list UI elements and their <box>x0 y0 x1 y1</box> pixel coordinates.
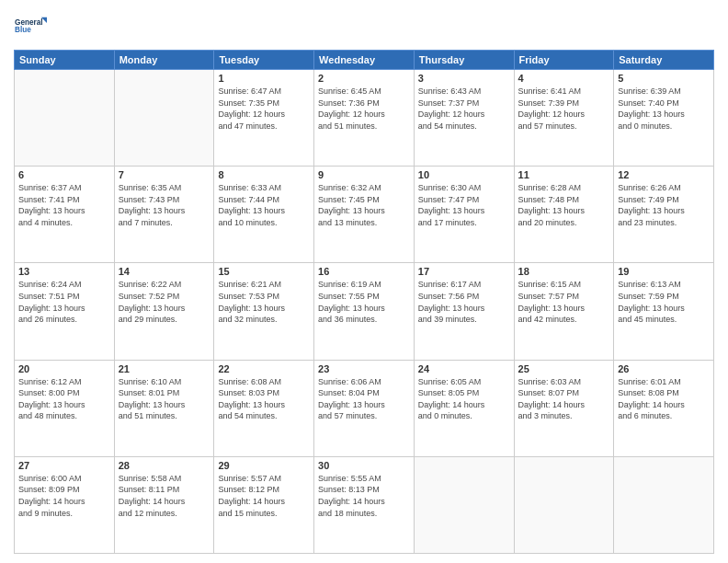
day-cell: 8Sunrise: 6:33 AM Sunset: 7:44 PM Daylig… <box>214 167 314 263</box>
week-row-2: 13Sunrise: 6:24 AM Sunset: 7:51 PM Dayli… <box>15 263 714 360</box>
svg-text:General: General <box>15 18 43 27</box>
day-number: 29 <box>218 460 310 471</box>
day-info: Sunrise: 6:26 AM Sunset: 7:49 PM Dayligh… <box>618 182 710 228</box>
week-row-0: 1Sunrise: 6:47 AM Sunset: 7:35 PM Daylig… <box>15 70 714 167</box>
day-cell: 11Sunrise: 6:28 AM Sunset: 7:48 PM Dayli… <box>514 167 614 263</box>
day-cell: 2Sunrise: 6:45 AM Sunset: 7:36 PM Daylig… <box>314 70 415 167</box>
page: General Blue SundayMondayTuesdayWednesda… <box>0 0 728 563</box>
day-info: Sunrise: 6:17 AM Sunset: 7:56 PM Dayligh… <box>418 279 510 325</box>
day-number: 24 <box>418 363 510 374</box>
day-info: Sunrise: 5:57 AM Sunset: 8:12 PM Dayligh… <box>218 473 310 519</box>
day-cell: 6Sunrise: 6:37 AM Sunset: 7:41 PM Daylig… <box>15 167 115 263</box>
day-info: Sunrise: 6:30 AM Sunset: 7:47 PM Dayligh… <box>418 182 510 228</box>
header: General Blue <box>14 9 714 42</box>
day-info: Sunrise: 6:03 AM Sunset: 8:07 PM Dayligh… <box>518 376 610 422</box>
col-header-saturday: Saturday <box>614 51 714 70</box>
day-info: Sunrise: 6:15 AM Sunset: 7:57 PM Dayligh… <box>518 279 610 325</box>
svg-text:Blue: Blue <box>15 26 31 34</box>
day-cell: 26Sunrise: 6:01 AM Sunset: 8:08 PM Dayli… <box>614 360 714 456</box>
day-cell: 25Sunrise: 6:03 AM Sunset: 8:07 PM Dayli… <box>514 360 614 456</box>
day-info: Sunrise: 6:35 AM Sunset: 7:43 PM Dayligh… <box>119 182 210 228</box>
day-number: 19 <box>618 266 710 277</box>
day-cell <box>15 70 115 167</box>
day-cell: 23Sunrise: 6:06 AM Sunset: 8:04 PM Dayli… <box>314 360 415 456</box>
day-info: Sunrise: 6:19 AM Sunset: 7:55 PM Dayligh… <box>318 279 410 325</box>
col-header-tuesday: Tuesday <box>214 51 314 70</box>
day-cell: 21Sunrise: 6:10 AM Sunset: 8:01 PM Dayli… <box>114 360 214 456</box>
day-cell: 29Sunrise: 5:57 AM Sunset: 8:12 PM Dayli… <box>214 456 314 553</box>
day-cell: 1Sunrise: 6:47 AM Sunset: 7:35 PM Daylig… <box>214 70 314 167</box>
day-cell: 13Sunrise: 6:24 AM Sunset: 7:51 PM Dayli… <box>15 263 115 360</box>
day-info: Sunrise: 6:37 AM Sunset: 7:41 PM Dayligh… <box>18 182 110 228</box>
logo-svg: General Blue <box>14 9 47 42</box>
col-header-monday: Monday <box>114 51 214 70</box>
day-info: Sunrise: 5:55 AM Sunset: 8:13 PM Dayligh… <box>318 473 410 519</box>
day-cell <box>614 456 714 553</box>
day-info: Sunrise: 5:58 AM Sunset: 8:11 PM Dayligh… <box>119 473 210 519</box>
week-row-4: 27Sunrise: 6:00 AM Sunset: 8:09 PM Dayli… <box>15 456 714 553</box>
day-info: Sunrise: 6:05 AM Sunset: 8:05 PM Dayligh… <box>418 376 510 422</box>
day-number: 8 <box>218 169 310 180</box>
day-number: 27 <box>18 460 110 471</box>
week-row-1: 6Sunrise: 6:37 AM Sunset: 7:41 PM Daylig… <box>15 167 714 263</box>
day-cell <box>114 70 214 167</box>
calendar-table: SundayMondayTuesdayWednesdayThursdayFrid… <box>14 50 714 554</box>
day-cell: 3Sunrise: 6:43 AM Sunset: 7:37 PM Daylig… <box>414 70 514 167</box>
day-info: Sunrise: 6:06 AM Sunset: 8:04 PM Dayligh… <box>318 376 410 422</box>
day-number: 16 <box>318 266 410 277</box>
col-header-thursday: Thursday <box>414 51 514 70</box>
day-info: Sunrise: 6:22 AM Sunset: 7:52 PM Dayligh… <box>119 279 210 325</box>
col-header-sunday: Sunday <box>15 51 115 70</box>
day-info: Sunrise: 6:00 AM Sunset: 8:09 PM Dayligh… <box>18 473 110 519</box>
day-info: Sunrise: 6:13 AM Sunset: 7:59 PM Dayligh… <box>618 279 710 325</box>
day-cell: 19Sunrise: 6:13 AM Sunset: 7:59 PM Dayli… <box>614 263 714 360</box>
day-cell: 5Sunrise: 6:39 AM Sunset: 7:40 PM Daylig… <box>614 70 714 167</box>
day-cell: 27Sunrise: 6:00 AM Sunset: 8:09 PM Dayli… <box>15 456 115 553</box>
day-cell: 20Sunrise: 6:12 AM Sunset: 8:00 PM Dayli… <box>15 360 115 456</box>
day-number: 11 <box>518 169 610 180</box>
day-number: 20 <box>18 363 110 374</box>
day-cell: 16Sunrise: 6:19 AM Sunset: 7:55 PM Dayli… <box>314 263 415 360</box>
day-number: 3 <box>418 73 510 84</box>
day-cell: 7Sunrise: 6:35 AM Sunset: 7:43 PM Daylig… <box>114 167 214 263</box>
day-info: Sunrise: 6:41 AM Sunset: 7:39 PM Dayligh… <box>518 86 610 132</box>
col-header-wednesday: Wednesday <box>314 51 415 70</box>
day-number: 18 <box>518 266 610 277</box>
logo: General Blue <box>14 9 47 42</box>
day-number: 21 <box>119 363 210 374</box>
day-info: Sunrise: 6:28 AM Sunset: 7:48 PM Dayligh… <box>518 182 610 228</box>
day-info: Sunrise: 6:33 AM Sunset: 7:44 PM Dayligh… <box>218 182 310 228</box>
day-number: 5 <box>618 73 710 84</box>
day-cell <box>414 456 514 553</box>
day-number: 25 <box>518 363 610 374</box>
day-cell: 18Sunrise: 6:15 AM Sunset: 7:57 PM Dayli… <box>514 263 614 360</box>
day-number: 26 <box>618 363 710 374</box>
day-number: 28 <box>119 460 210 471</box>
day-number: 23 <box>318 363 410 374</box>
day-cell: 14Sunrise: 6:22 AM Sunset: 7:52 PM Dayli… <box>114 263 214 360</box>
day-number: 13 <box>18 266 110 277</box>
day-cell: 22Sunrise: 6:08 AM Sunset: 8:03 PM Dayli… <box>214 360 314 456</box>
day-number: 30 <box>318 460 410 471</box>
day-number: 7 <box>119 169 210 180</box>
day-cell <box>514 456 614 553</box>
day-cell: 15Sunrise: 6:21 AM Sunset: 7:53 PM Dayli… <box>214 263 314 360</box>
day-info: Sunrise: 6:45 AM Sunset: 7:36 PM Dayligh… <box>318 86 410 132</box>
day-number: 15 <box>218 266 310 277</box>
day-info: Sunrise: 6:08 AM Sunset: 8:03 PM Dayligh… <box>218 376 310 422</box>
day-number: 9 <box>318 169 410 180</box>
day-info: Sunrise: 6:43 AM Sunset: 7:37 PM Dayligh… <box>418 86 510 132</box>
week-row-3: 20Sunrise: 6:12 AM Sunset: 8:00 PM Dayli… <box>15 360 714 456</box>
day-info: Sunrise: 6:32 AM Sunset: 7:45 PM Dayligh… <box>318 182 410 228</box>
day-info: Sunrise: 6:24 AM Sunset: 7:51 PM Dayligh… <box>18 279 110 325</box>
day-number: 6 <box>18 169 110 180</box>
calendar-header-row: SundayMondayTuesdayWednesdayThursdayFrid… <box>15 51 714 70</box>
day-number: 1 <box>218 73 310 84</box>
day-info: Sunrise: 6:47 AM Sunset: 7:35 PM Dayligh… <box>218 86 310 132</box>
day-number: 17 <box>418 266 510 277</box>
day-info: Sunrise: 6:21 AM Sunset: 7:53 PM Dayligh… <box>218 279 310 325</box>
day-cell: 10Sunrise: 6:30 AM Sunset: 7:47 PM Dayli… <box>414 167 514 263</box>
day-number: 12 <box>618 169 710 180</box>
day-info: Sunrise: 6:12 AM Sunset: 8:00 PM Dayligh… <box>18 376 110 422</box>
day-cell: 24Sunrise: 6:05 AM Sunset: 8:05 PM Dayli… <box>414 360 514 456</box>
